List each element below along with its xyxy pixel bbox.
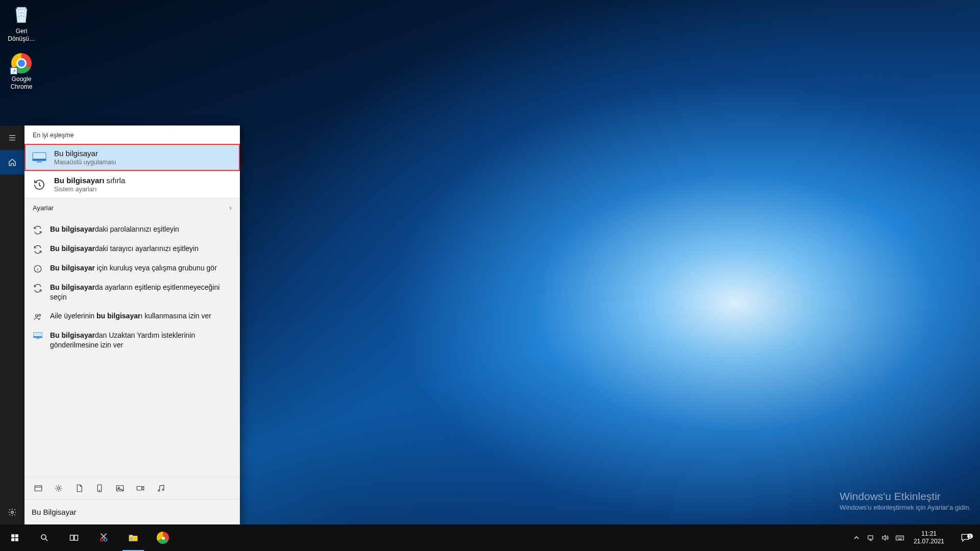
settings-result-item[interactable]: Bu bilgisayarda ayarların eşitlenip eşit… bbox=[24, 278, 240, 307]
desktop-icon-label: Google Chrome bbox=[3, 76, 40, 91]
people-icon bbox=[33, 312, 43, 321]
tray-chevron-up-icon[interactable] bbox=[852, 534, 861, 542]
settings-result-item[interactable]: Bu bilgisayardaki tarayıcı ayarlarınızı … bbox=[24, 239, 240, 259]
recycle-bin-icon bbox=[10, 4, 33, 27]
settings-result-item[interactable]: Bu bilgisayardan Uzaktan Yardım istekler… bbox=[24, 326, 240, 355]
settings-result-text: Bu bilgisayardan Uzaktan Yardım istekler… bbox=[50, 331, 232, 350]
svg-rect-26 bbox=[75, 535, 78, 540]
settings-result-text: Bu bilgisayarda ayarların eşitlenip eşit… bbox=[50, 283, 232, 302]
filter-videos-icon[interactable] bbox=[136, 484, 145, 493]
svg-rect-30 bbox=[130, 538, 133, 540]
best-match-title: Bu bilgisayar bbox=[54, 149, 116, 158]
svg-point-19 bbox=[162, 489, 164, 491]
clock-time: 11:21 bbox=[914, 530, 944, 538]
svg-point-27 bbox=[101, 538, 104, 541]
filter-documents-icon[interactable] bbox=[75, 484, 84, 493]
history-icon bbox=[32, 179, 47, 191]
taskbar-app-file-explorer[interactable] bbox=[118, 524, 148, 551]
taskbar-app-snip[interactable] bbox=[89, 524, 118, 551]
svg-point-28 bbox=[104, 538, 107, 541]
filter-tablet-icon[interactable] bbox=[95, 484, 104, 493]
action-center-button[interactable]: 1 bbox=[953, 533, 977, 543]
settings-result-item[interactable]: Aile üyelerinin bu bilgisayarı kullanmas… bbox=[24, 307, 240, 326]
svg-point-18 bbox=[158, 490, 160, 491]
settings-section-header[interactable]: Ayarlar › bbox=[24, 198, 240, 217]
svg-point-1 bbox=[11, 511, 14, 514]
desktop-background[interactable]: Geri Dönüşü… ↗ Google Chrome Windows'u E… bbox=[0, 0, 980, 551]
sync-icon bbox=[33, 284, 43, 302]
filter-music-icon[interactable] bbox=[156, 484, 165, 493]
settings-result-item[interactable]: Bu bilgisayardaki parolalarınızı eşitley… bbox=[24, 220, 240, 239]
settings-result-text: Bu bilgisayardaki tarayıcı ayarlarınızı … bbox=[50, 244, 199, 254]
desktop-icon-chrome[interactable]: ↗ Google Chrome bbox=[2, 52, 41, 91]
filter-apps-icon[interactable] bbox=[34, 484, 43, 493]
search-button[interactable] bbox=[30, 524, 59, 551]
this-pc-icon bbox=[32, 152, 47, 163]
watermark-subtitle: Windows'u etkinleştirmek için Ayarlar'a … bbox=[840, 504, 971, 511]
svg-rect-11 bbox=[35, 486, 42, 491]
search-results-panel: En iyi eşleşme Bu bilgisayar Masaüstü uy… bbox=[24, 126, 240, 524]
svg-rect-9 bbox=[34, 336, 42, 338]
info-icon bbox=[33, 264, 43, 273]
tray-keyboard-icon[interactable] bbox=[895, 533, 904, 542]
taskbar-clock[interactable]: 11:21 21.07.2021 bbox=[911, 530, 947, 545]
svg-rect-31 bbox=[868, 536, 873, 539]
svg-rect-22 bbox=[11, 538, 14, 541]
search-input[interactable] bbox=[32, 508, 233, 516]
svg-point-6 bbox=[36, 314, 38, 317]
settings-result-item[interactable]: Bu bilgisayar için kuruluş veya çalışma … bbox=[24, 259, 240, 278]
activation-watermark: Windows'u Etkinleştir Windows'u etkinleş… bbox=[840, 490, 971, 511]
sync-icon bbox=[33, 226, 43, 235]
best-match-header: En iyi eşleşme bbox=[24, 126, 240, 144]
best-match-subtitle: Masaüstü uygulaması bbox=[54, 159, 116, 166]
svg-rect-23 bbox=[15, 538, 18, 541]
svg-rect-10 bbox=[36, 338, 39, 339]
settings-result-text: Bu bilgisayar için kuruluş veya çalışma … bbox=[50, 263, 217, 273]
best-match-this-pc[interactable]: Bu bilgisayar Masaüstü uygulaması bbox=[24, 144, 240, 171]
settings-results-list: Bu bilgisayardaki parolalarınızı eşitley… bbox=[24, 217, 240, 360]
settings-result-text: Aile üyelerinin bu bilgisayarı kullanmas… bbox=[50, 311, 211, 321]
chevron-right-icon: › bbox=[229, 204, 232, 212]
filter-photos-icon[interactable] bbox=[115, 484, 125, 493]
search-input-row bbox=[24, 499, 240, 524]
svg-rect-0 bbox=[17, 7, 26, 9]
best-match-list: Bu bilgisayar Masaüstü uygulaması Bu bil… bbox=[24, 144, 240, 198]
task-view-button[interactable] bbox=[59, 524, 89, 551]
best-match-reset-pc[interactable]: Bu bilgisayarı sıfırla Sistem ayarları bbox=[24, 171, 240, 198]
start-button[interactable] bbox=[0, 524, 30, 551]
taskbar: 11:21 21.07.2021 1 bbox=[0, 524, 980, 551]
start-left-rail bbox=[0, 126, 24, 524]
system-tray: 11:21 21.07.2021 1 bbox=[847, 524, 980, 551]
settings-section-label: Ayarlar bbox=[33, 204, 54, 212]
pc-icon bbox=[33, 332, 43, 350]
desktop-icon-recycle-bin[interactable]: Geri Dönüşü… bbox=[2, 4, 41, 43]
settings-result-text: Bu bilgisayardaki parolalarınızı eşitley… bbox=[50, 224, 179, 235]
svg-rect-20 bbox=[11, 534, 14, 537]
clock-date: 21.07.2021 bbox=[914, 538, 944, 545]
chrome-icon: ↗ bbox=[10, 52, 33, 74]
home-button[interactable] bbox=[0, 150, 24, 174]
svg-rect-4 bbox=[37, 161, 42, 163]
svg-rect-25 bbox=[70, 535, 74, 540]
svg-point-14 bbox=[99, 490, 100, 491]
best-match-subtitle: Sistem ayarları bbox=[54, 186, 125, 193]
sync-icon bbox=[33, 245, 43, 254]
svg-point-7 bbox=[39, 314, 41, 316]
tray-network-icon[interactable] bbox=[867, 534, 875, 542]
watermark-title: Windows'u Etkinleştir bbox=[840, 490, 971, 503]
search-filter-bar bbox=[24, 477, 240, 499]
desktop-icons-area: Geri Dönüşü… ↗ Google Chrome bbox=[2, 4, 41, 91]
desktop-icon-label: Geri Dönüşü… bbox=[3, 28, 40, 43]
best-match-title: Bu bilgisayarı sıfırla bbox=[54, 176, 125, 185]
shortcut-arrow-icon: ↗ bbox=[10, 67, 17, 74]
taskbar-app-chrome[interactable] bbox=[148, 524, 178, 551]
tray-volume-icon[interactable] bbox=[881, 534, 889, 542]
svg-point-12 bbox=[58, 487, 60, 490]
svg-rect-21 bbox=[15, 534, 18, 537]
settings-gear-button[interactable] bbox=[0, 500, 24, 524]
svg-rect-3 bbox=[33, 159, 46, 161]
hamburger-button[interactable] bbox=[0, 126, 24, 150]
svg-rect-17 bbox=[137, 486, 142, 490]
notification-badge: 1 bbox=[967, 534, 973, 539]
filter-settings-icon[interactable] bbox=[54, 484, 63, 493]
